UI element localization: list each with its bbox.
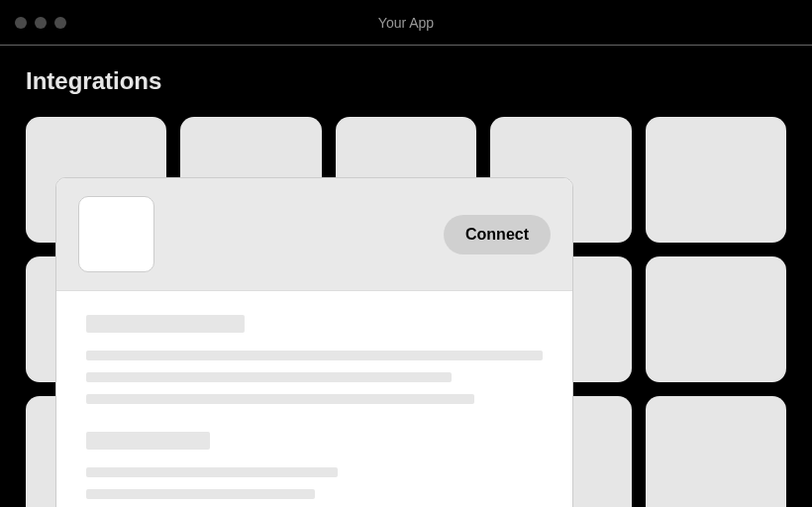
- integration-logo-icon: [78, 196, 154, 272]
- integration-tile[interactable]: [646, 396, 786, 507]
- integration-tile[interactable]: [646, 117, 786, 243]
- skeleton-heading: [86, 432, 210, 450]
- connect-button[interactable]: Connect: [444, 215, 551, 254]
- minimize-window-icon[interactable]: [35, 17, 47, 29]
- integration-tile[interactable]: [646, 256, 786, 382]
- skeleton-heading: [86, 315, 245, 333]
- skeleton-line: [86, 489, 315, 499]
- skeleton-line: [86, 467, 338, 477]
- skeleton-line: [86, 372, 452, 382]
- skeleton-line: [86, 394, 474, 404]
- skeleton-line: [86, 351, 543, 360]
- titlebar: Your App: [0, 0, 812, 46]
- window-title: Your App: [378, 15, 434, 31]
- modal-header: Connect: [56, 178, 572, 291]
- page-title: Integrations: [26, 67, 786, 95]
- skeleton-section: [86, 432, 543, 507]
- modal-body: [56, 291, 572, 507]
- integration-detail-modal: Connect: [55, 177, 573, 507]
- maximize-window-icon[interactable]: [54, 17, 66, 29]
- app-window: Your App Integrations Connect: [0, 0, 812, 507]
- close-window-icon[interactable]: [15, 17, 27, 29]
- skeleton-section: [86, 315, 543, 404]
- window-controls: [0, 17, 66, 29]
- content-area: Integrations Connect: [0, 46, 812, 507]
